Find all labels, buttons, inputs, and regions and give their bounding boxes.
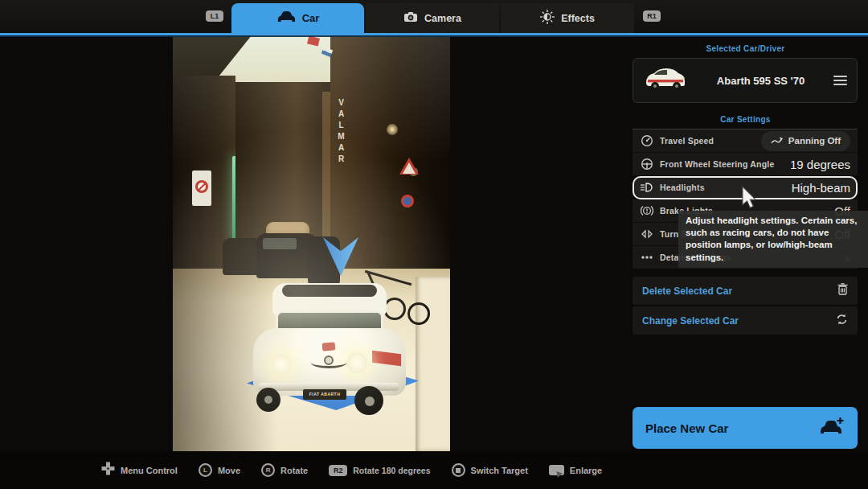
panning-toggle-button[interactable]: Panning Off: [761, 131, 850, 151]
row-travel-speed[interactable]: Travel Speed Panning Off: [633, 129, 858, 153]
tab-camera-label: Camera: [424, 13, 461, 24]
hint-menu-control: Menu Control: [101, 462, 178, 479]
hint-move: L Move: [199, 463, 240, 477]
swap-icon: [836, 314, 848, 328]
car-thumbnail: [643, 65, 688, 96]
tab-effects[interactable]: Effects: [501, 3, 634, 33]
steering-angle-value: 19 degrees: [790, 158, 850, 171]
turn-signal-icon: [640, 228, 653, 240]
panning-value: Panning Off: [788, 136, 841, 146]
tab-effects-label: Effects: [561, 13, 595, 24]
accent-underline: [0, 33, 868, 35]
hint-switch-target: Switch Target: [452, 463, 528, 477]
car-settings-header: Car Settings: [623, 115, 868, 124]
hint-rotate-180: R2 Rotate 180 degrees: [329, 465, 430, 476]
scapes-editor-screen: L1 Car Camera Effects R1: [0, 0, 868, 489]
delete-label: Delete Selected Car: [642, 286, 837, 297]
place-new-car-button[interactable]: Place New Car: [633, 407, 858, 449]
l1-shoulder-badge[interactable]: L1: [206, 10, 223, 22]
delete-selected-car-button[interactable]: Delete Selected Car: [633, 277, 858, 305]
selected-car-name: Abarth 595 SS '70: [688, 75, 833, 87]
row-label: Front Wheel Steering Angle: [660, 159, 774, 169]
headlights-tooltip: Adjust headlight settings. Certain cars,…: [678, 211, 868, 268]
hint-label: Menu Control: [121, 466, 178, 475]
effects-icon: [540, 10, 555, 27]
touchpad-icon: [549, 465, 564, 475]
selected-car-card[interactable]: Abarth 595 SS '70: [633, 58, 858, 103]
left-stick-icon: L: [199, 463, 212, 477]
brake-warning-icon: [640, 204, 653, 217]
row-label: Headlights: [660, 183, 705, 192]
tab-camera[interactable]: Camera: [366, 3, 499, 33]
camera-icon: [403, 11, 418, 26]
headlight-icon: [640, 181, 653, 194]
row-label: Travel Speed: [660, 136, 714, 146]
steering-wheel-icon: [640, 158, 653, 171]
hint-label: Enlarge: [570, 466, 602, 475]
car-icon: [276, 10, 296, 26]
headlights-value: High-beam: [792, 181, 850, 195]
selected-car-header: Selected Car/Driver: [623, 44, 868, 53]
sunlight-haze: [173, 35, 450, 451]
trash-icon: [837, 283, 848, 298]
mouse-cursor: [741, 186, 757, 212]
hint-rotate: R Rotate: [261, 463, 308, 477]
hint-label: Rotate 180 degrees: [353, 466, 430, 475]
tab-car-label: Car: [302, 12, 320, 24]
r2-button-icon: R2: [329, 465, 347, 476]
r1-shoulder-badge[interactable]: R1: [643, 10, 661, 22]
square-button-icon: [452, 463, 465, 477]
place-new-car-label: Place New Car: [645, 421, 819, 435]
controller-hint-bar: Menu Control L Move R Rotate R2 Rotate 1…: [0, 451, 868, 489]
tab-car[interactable]: Car: [231, 3, 364, 33]
car-plus-icon: [819, 417, 845, 439]
speedometer-icon: [640, 134, 653, 147]
hint-label: Move: [218, 466, 240, 475]
ellipsis-icon: [640, 251, 653, 264]
car-menu-icon[interactable]: [833, 76, 847, 85]
dpad-icon: [101, 462, 115, 479]
right-stick-icon: R: [261, 463, 275, 477]
hint-enlarge: Enlarge: [549, 465, 602, 475]
hint-label: Switch Target: [471, 466, 528, 475]
change-selected-car-button[interactable]: Change Selected Car: [633, 306, 858, 335]
change-label: Change Selected Car: [642, 315, 836, 327]
row-steering-angle[interactable]: Front Wheel Steering Angle 19 degrees: [633, 153, 858, 176]
scape-photo-viewport[interactable]: VALMAR: [173, 35, 450, 451]
panning-icon: [771, 136, 783, 146]
hint-label: Rotate: [280, 466, 308, 475]
